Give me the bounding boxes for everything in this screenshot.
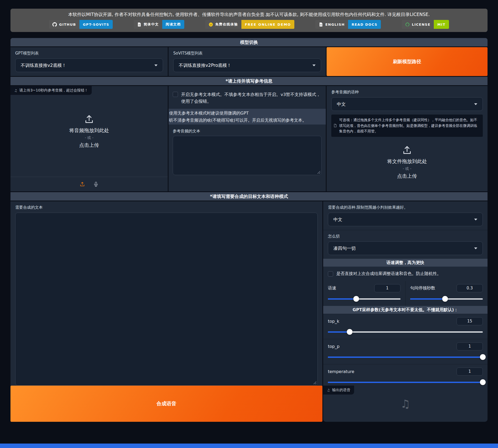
badge-label: ENGLISH [325,23,345,26]
slider-thumb[interactable] [442,296,448,302]
or-text: - 或 - [85,136,93,140]
reference-lang-panel: 参考音频的语种 中文 可选项：通过拖拽多个文件上传多个参考音频（建议同性），平均… [327,86,488,191]
document-icon [319,22,323,27]
pause-input[interactable] [457,284,483,292]
gpt-model-label: GPT模型列表 [15,51,163,56]
or-text: - 或 - [403,166,411,171]
temperature-label: temperature [328,369,354,374]
adjust-last-result-checkbox[interactable] [328,271,333,277]
badge-online-demo[interactable]: 免费在线体验 FREE ONLINE DEMO [205,20,294,29]
cut-method-block: 怎么切 凑四句一切 [323,230,488,259]
ref-lang-value: 中文 [337,101,346,107]
speed-section-header: 语速调整，高为更快 [323,259,488,267]
badge-en-docs[interactable]: ENGLISH READ DOCS [315,20,381,29]
tip-line-1: 使用无参考文本模式时建议使用微调的GPT [169,110,325,117]
file-dropzone[interactable]: 将文件拖放到此处 - 或 - 点击上传 [331,137,483,188]
target-text-panel: 需要合成的文本 [10,201,322,389]
speed-slider-block: 语速 [323,281,405,306]
cut-method-value: 凑四句一切 [333,245,356,251]
reference-text-panel: 开启无参考文本模式。不填参考文本亦相当于开启。v3暂不支持该模式，使用了会报错。… [169,86,326,191]
reference-audio-upload: ♫ 请上传3~10秒内参考音频，超过会报错！ 将音频拖放到此处 - 或 - 点击… [10,86,168,191]
music-note-icon: ♫ [327,388,330,392]
badge-value: GPT-SOVITS [79,20,113,29]
resize-handle[interactable] [317,171,320,174]
ref-lang-dropdown[interactable]: 中文 [331,97,483,111]
top-k-slider[interactable] [328,329,483,335]
pause-slider-block: 句间停顿秒数 [405,281,488,306]
ref-text-label: 参考音频的文本 [173,129,322,134]
section-reference: *请上传并填写参考信息 [10,77,488,85]
badge-row: GITHUB GPT-SOVITS 简体中文 阅读文档 [10,20,488,29]
section-target-text: *请填写需要合成的目标文本和语种模式 [10,192,488,201]
pause-slider[interactable] [410,296,483,302]
upload-icon [402,145,412,155]
github-icon [52,22,57,27]
slider-thumb[interactable] [480,354,486,360]
badge-label: LICENSE [412,23,430,26]
click-upload-text: 点击上传 [79,142,99,149]
top-p-block: top_p [323,339,488,364]
output-audio: ♫ 输出的语音 ♫ [323,386,488,422]
badge-github[interactable]: GITHUB GPT-SOVITS [49,20,112,29]
speed-input[interactable] [374,284,400,292]
top-k-input[interactable] [457,317,483,325]
license-disclaimer: 本软件以MIT协议开源, 作者不对软件具备任何控制力, 使用软件者、传播软件导出… [10,11,488,18]
gpt-sovits-app: 本软件以MIT协议开源, 作者不对软件具备任何控制力, 使用软件者、传播软件导出… [0,0,498,448]
audio-dropzone[interactable]: 将音频拖放到此处 - 或 - 点击上传 [10,86,168,177]
no-ref-text-checkbox[interactable] [173,92,178,97]
gpt-model-value: 不训练直接推v2底模！ [21,62,66,68]
multi-ref-note: 可选项：通过拖拽多个文件上传多个参考音频（建议同性），平均融合他们的音色。如不填… [331,115,483,137]
header: 本软件以MIT协议开源, 作者不对软件具备任何控制力, 使用软件者、传播软件导出… [10,9,488,32]
badge-license[interactable]: LICENSE MIT [402,20,449,29]
top-p-input[interactable] [457,342,483,350]
click-upload-text: 点击上传 [397,173,417,180]
music-note-icon: ♫ [14,89,17,93]
slider-thumb[interactable] [353,296,359,302]
pause-label: 句间停顿秒数 [410,285,435,291]
target-text-label: 需要合成的文本 [15,205,318,210]
microphone-icon[interactable] [93,181,99,187]
no-ref-text-tip: 使用无参考文本模式时建议使用微调的GPT 听不清参考音频说的啥(不晓得写啥)可以… [169,109,326,125]
temperature-input[interactable] [457,368,483,376]
target-lang-value: 中文 [333,217,342,223]
badge-value: FREE ONLINE DEMO [241,20,294,29]
chevron-down-icon [474,219,477,220]
target-text-input[interactable] [15,213,318,386]
huggingface-icon [209,22,213,27]
tip-line-2: 听不清参考音频说的啥(不晓得写啥)可以开。开启后无视填写的参考文本。 [169,117,325,124]
chevron-down-icon [154,64,158,66]
badge-label: GITHUB [59,23,76,26]
top-p-slider[interactable] [328,354,483,360]
cut-method-label: 怎么切 [328,234,483,239]
ref-text-input[interactable] [173,136,322,175]
cut-method-dropdown[interactable]: 凑四句一切 [328,241,483,255]
drop-file-text: 将文件拖放到此处 [387,158,427,165]
sovits-model-dropdown[interactable]: 不训练直接推v2Pro底模！ [173,58,321,72]
badge-zh-docs[interactable]: 简体中文 阅读文档 [134,20,184,29]
top-p-label: top_p [328,344,339,349]
target-lang-label: 需要合成的语种.限制范围越小判别效果越好。 [328,205,483,210]
section-model-switch: 模型切换 [10,38,488,46]
synthesis-controls: 需要合成的语种.限制范围越小判别效果越好。 中文 怎么切 凑四句一切 语速调整，… [323,201,488,389]
speed-slider[interactable] [328,296,400,302]
speed-label: 语速 [328,285,336,291]
gpt-sampling-header: GPT采样参数(无参考文本时不要太低。不懂就用默认)： [323,306,488,314]
refresh-models-button[interactable]: 刷新模型路径 [327,47,488,76]
upload-source-icon[interactable] [79,181,85,187]
temperature-slider[interactable] [328,379,483,385]
slider-thumb[interactable] [347,329,353,335]
document-icon [137,22,142,27]
target-lang-dropdown[interactable]: 中文 [328,213,483,226]
top-k-block: top_k [323,314,488,339]
no-ref-text-checkbox-row[interactable]: 开启无参考文本模式。不填参考文本亦相当于开启。v3暂不支持该模式，使用了会报错。 [169,86,326,109]
slider-thumb[interactable] [480,379,486,385]
adjust-last-result-row[interactable]: 是否直接对上次合成结果调整语速和音色。防止随机性。 [323,267,488,281]
resize-handle[interactable] [313,381,316,384]
gpt-model-dropdown[interactable]: 不训练直接推v2底模！ [15,58,163,72]
empty-audio-icon: ♫ [400,397,410,410]
sovits-model-value: 不训练直接推v2Pro底模！ [179,62,231,68]
drop-audio-text: 将音频拖放到此处 [69,127,109,134]
speed-pause-sliders: 语速 句间停顿秒数 [323,281,488,306]
synthesize-button[interactable]: 合成语音 [10,386,322,422]
reference-audio-label: ♫ 请上传3~10秒内参考音频，超过会报错！ [10,86,92,95]
